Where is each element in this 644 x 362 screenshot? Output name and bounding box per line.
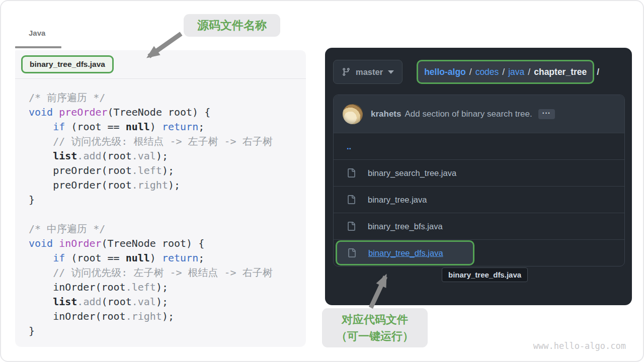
- dropdown-caret-icon: [388, 70, 394, 74]
- avatar[interactable]: [343, 104, 363, 124]
- code-line: }: [29, 193, 306, 207]
- source-filename-badge: binary_tree_dfs.java: [21, 55, 114, 73]
- annotation-source-filename: 源码文件名称: [184, 14, 280, 37]
- highlighted-file-outline: binary_tree_dfs.java: [336, 240, 474, 265]
- code-line: inOrder(root.right);: [29, 309, 306, 324]
- annotation-text: 源码文件名称: [197, 18, 267, 33]
- file-row[interactable]: binary_search_tree.java: [334, 159, 624, 186]
- annotation-text: 对应代码文件: [342, 311, 408, 328]
- code-line: // 访问优先级: 左子树 -> 根结点 -> 右子树: [29, 265, 306, 280]
- commit-more-button[interactable]: ···: [538, 109, 555, 119]
- code-block: /* 前序遍历 */void preOrder(TreeNode root) {…: [15, 79, 306, 338]
- tab-java[interactable]: Java: [29, 29, 45, 37]
- annotation-text: （可一键运行）: [336, 328, 414, 344]
- file-browser-box: krahets Add section of binary search tre…: [333, 95, 625, 266]
- code-line: inOrder(root.left);: [29, 280, 306, 295]
- code-title-row: binary_tree_dfs.java: [15, 50, 306, 79]
- file-icon: [347, 195, 356, 204]
- breadcrumb-current-dir: chapter_tree: [534, 67, 587, 77]
- file-row[interactable]: binary_tree.java: [334, 186, 624, 213]
- code-line: if (root == null) return;: [29, 120, 306, 134]
- code-line: void preOrder(TreeNode root) {: [29, 105, 306, 120]
- latest-commit-row: krahets Add section of binary search tre…: [334, 95, 624, 133]
- breadcrumb-separator: /: [469, 67, 472, 77]
- code-panel: binary_tree_dfs.java /* 前序遍历 */void preO…: [15, 50, 306, 347]
- breadcrumb: hello-algo / codes / java / chapter_tree: [417, 60, 594, 84]
- branch-name: master: [356, 67, 383, 77]
- breadcrumb-separator: /: [528, 67, 530, 77]
- code-line: preOrder(root.left);: [29, 163, 306, 178]
- git-branch-icon: [342, 67, 351, 76]
- file-row-highlighted[interactable]: binary_tree_dfs.java: [334, 239, 624, 266]
- code-line: }: [29, 324, 306, 338]
- code-line: if (root == null) return;: [29, 251, 306, 265]
- commit-message-link[interactable]: Add section of binary search tree.: [405, 109, 532, 119]
- code-line: list.add(root.val);: [29, 149, 306, 163]
- breadcrumb-trailing-slash: /: [597, 67, 599, 77]
- tab-active-underline: [15, 46, 61, 48]
- tooltip: binary_tree_dfs.java: [442, 267, 528, 282]
- file-link-hovered[interactable]: binary_tree_dfs.java: [368, 248, 443, 258]
- code-line: /* 中序遍历 */: [29, 222, 306, 236]
- file-link[interactable]: binary_tree.java: [368, 195, 427, 205]
- code-line: list.add(root.val);: [29, 295, 306, 309]
- file-icon: [347, 168, 356, 177]
- breadcrumb-repo-link[interactable]: hello-algo: [424, 67, 466, 77]
- annotation-code-file: 对应代码文件 （可一键运行）: [322, 308, 428, 347]
- breadcrumb-separator: /: [502, 67, 505, 77]
- code-line: void inOrder(TreeNode root) {: [29, 236, 306, 251]
- github-panel: master hello-algo / codes / java / chapt…: [325, 48, 632, 305]
- file-icon: [347, 222, 356, 231]
- code-line: [29, 207, 306, 222]
- file-link[interactable]: binary_search_tree.java: [368, 168, 456, 178]
- code-line: /* 前序遍历 */: [29, 90, 306, 105]
- file-row[interactable]: binary_tree_bfs.java: [334, 213, 624, 239]
- branch-selector-button[interactable]: master: [333, 60, 403, 84]
- parent-directory-link[interactable]: ..: [347, 142, 351, 151]
- breadcrumb-dir-java[interactable]: java: [508, 67, 524, 77]
- file-link[interactable]: binary_tree_bfs.java: [368, 222, 443, 231]
- watermark: www.hello-algo.com: [533, 341, 626, 351]
- file-icon: [347, 248, 356, 257]
- github-header: master hello-algo / codes / java / chapt…: [333, 59, 627, 84]
- code-line: preOrder(root.right);: [29, 178, 306, 193]
- parent-directory-row[interactable]: ..: [334, 133, 624, 159]
- code-line: // 访问优先级: 根结点 -> 左子树 -> 右子树: [29, 134, 306, 149]
- commit-author-link[interactable]: krahets: [371, 109, 401, 119]
- breadcrumb-dir-codes[interactable]: codes: [475, 67, 499, 77]
